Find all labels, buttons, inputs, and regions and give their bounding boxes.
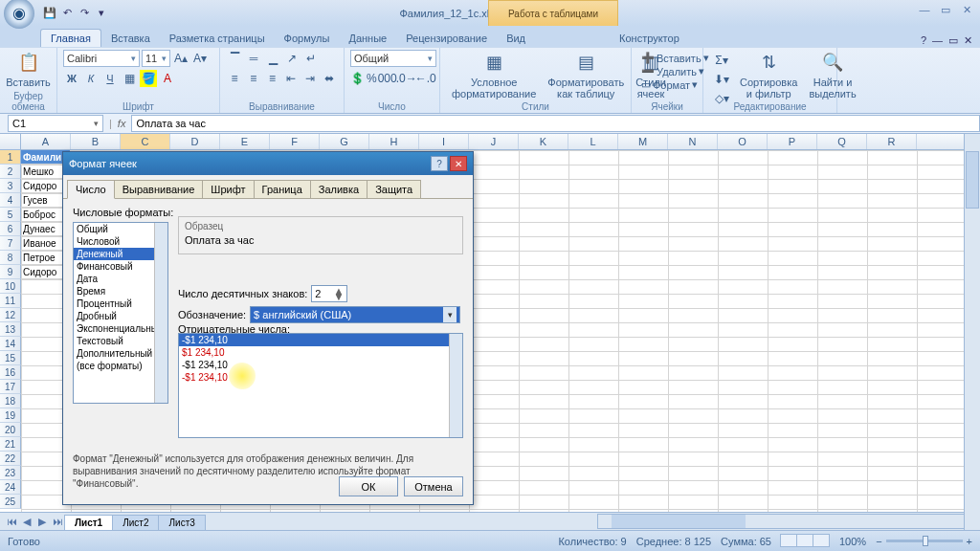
list-item[interactable]: $1 234,10 (179, 346, 462, 359)
select-all-corner[interactable] (0, 134, 21, 149)
currency-icon[interactable]: 💲 (350, 70, 365, 87)
col-header[interactable]: C (121, 134, 170, 149)
dlg-tab-border[interactable]: Граница (254, 180, 311, 199)
font-color-icon[interactable]: A (159, 70, 176, 87)
font-name-combo[interactable]: Calibri▾ (63, 50, 140, 67)
row-header[interactable]: 2 (0, 165, 21, 179)
row-header[interactable]: 8 (0, 251, 21, 265)
row-header[interactable]: 5 (0, 208, 21, 222)
align-right-icon[interactable]: ≡ (264, 70, 281, 87)
v-scrollbar[interactable] (964, 134, 980, 530)
col-header[interactable]: A (21, 134, 71, 149)
font-size-combo[interactable]: 11▾ (142, 50, 170, 67)
doc-restore-icon[interactable]: ▭ (948, 34, 958, 47)
symbol-select[interactable]: $ английский (США)▾ (250, 306, 460, 323)
cells-insert-button[interactable]: ➕Вставить▾ (641, 52, 693, 64)
col-header[interactable]: L (568, 134, 618, 149)
col-header[interactable]: O (718, 134, 768, 149)
wrap-text-icon[interactable]: ↵ (302, 50, 320, 67)
zoom-out-icon[interactable]: − (876, 536, 881, 547)
zoom-level[interactable]: 100% (839, 536, 866, 547)
border-icon[interactable]: ▦ (121, 70, 138, 87)
row-header[interactable]: 25 (0, 495, 21, 509)
name-box[interactable]: C1▾ (8, 115, 103, 132)
category-listbox[interactable]: Общий Числовой Денежный Финансовый Дата … (73, 222, 168, 404)
row-header[interactable]: 21 (0, 437, 21, 452)
tab-page-layout[interactable]: Разметка страницы (160, 30, 275, 47)
tab-last-icon[interactable]: ⏭ (50, 516, 65, 528)
col-header[interactable]: P (768, 134, 817, 149)
row-header[interactable]: 19 (0, 408, 21, 423)
sheet-tab[interactable]: Лист3 (158, 515, 205, 530)
row-header[interactable]: 3 (0, 179, 21, 193)
tab-prev-icon[interactable]: ◀ (19, 516, 34, 528)
row-header[interactable]: 13 (0, 322, 21, 337)
row-header[interactable]: 23 (0, 466, 21, 480)
zoom-in-icon[interactable]: + (967, 536, 972, 547)
tab-first-icon[interactable]: ⏮ (4, 516, 19, 528)
autosum-icon[interactable]: Σ▾ (713, 52, 730, 69)
close-icon[interactable]: ✕ (957, 2, 976, 17)
negative-numbers-listbox[interactable]: -$1 234,10 $1 234,10 -$1 234,10 -$1 234,… (178, 333, 463, 438)
col-header[interactable]: R (867, 134, 917, 149)
comma-icon[interactable]: 000 (379, 70, 396, 87)
orientation-icon[interactable]: ↗ (283, 50, 301, 67)
row-header[interactable]: 14 (0, 337, 21, 351)
dlg-tab-number[interactable]: Число (67, 180, 115, 199)
minimize-icon[interactable]: — (915, 2, 934, 17)
list-item[interactable]: -$1 234,10 (179, 334, 462, 346)
bold-icon[interactable]: Ж (63, 70, 80, 87)
row-header[interactable]: 10 (0, 279, 21, 294)
qat-menu-icon[interactable]: ▾ (94, 6, 109, 21)
dlg-tab-font[interactable]: Шрифт (202, 180, 254, 199)
fill-down-icon[interactable]: ⬇▾ (713, 71, 730, 88)
row-header[interactable]: 20 (0, 423, 21, 437)
tab-next-icon[interactable]: ▶ (34, 516, 50, 528)
tab-view[interactable]: Вид (497, 30, 535, 47)
align-bottom-icon[interactable]: ▁ (264, 50, 281, 67)
row-header[interactable]: 22 (0, 452, 21, 466)
paste-button[interactable]: 📋Вставить (6, 50, 51, 90)
redo-icon[interactable]: ↷ (77, 6, 92, 21)
underline-icon[interactable]: Ч (101, 70, 119, 87)
col-header[interactable]: B (71, 134, 121, 149)
cancel-button[interactable]: Отмена (404, 476, 463, 496)
cells-format-button[interactable]: ▭Формат▾ (641, 78, 693, 91)
dlg-tab-protection[interactable]: Защита (367, 180, 421, 199)
h-scrollbar[interactable] (597, 514, 980, 529)
row-header[interactable]: 15 (0, 351, 21, 365)
dialog-close-icon[interactable]: ✕ (450, 156, 467, 171)
tab-formulas[interactable]: Формулы (275, 30, 340, 47)
italic-icon[interactable]: К (82, 70, 100, 87)
align-top-icon[interactable]: ▔ (226, 50, 243, 67)
maximize-icon[interactable]: ▭ (936, 2, 955, 17)
doc-close-icon[interactable]: ✕ (964, 34, 972, 47)
col-header[interactable]: Q (817, 134, 867, 149)
align-left-icon[interactable]: ≡ (226, 70, 243, 87)
formula-input[interactable]: Оплата за час (131, 115, 980, 132)
dialog-title-bar[interactable]: Формат ячеек ?✕ (63, 152, 473, 175)
doc-minimize-icon[interactable]: — (932, 34, 943, 47)
col-header[interactable]: I (419, 134, 469, 149)
list-item[interactable]: -$1 234,10 (179, 371, 462, 384)
tab-review[interactable]: Рецензирование (396, 30, 497, 47)
dec-decimal-icon[interactable]: ←.0 (417, 70, 434, 87)
list-item[interactable]: -$1 234,10 (179, 359, 462, 371)
merge-icon[interactable]: ⬌ (321, 70, 338, 87)
row-header[interactable]: 12 (0, 308, 21, 322)
dialog-help-icon[interactable]: ? (431, 156, 448, 171)
tab-table-design[interactable]: Конструктор (610, 30, 689, 47)
save-icon[interactable]: 💾 (42, 6, 57, 21)
sheet-tab[interactable]: Лист2 (112, 515, 159, 530)
col-header[interactable]: K (519, 134, 568, 149)
row-header[interactable]: 9 (0, 265, 21, 279)
sheet-tab[interactable]: Лист1 (64, 515, 113, 530)
row-header[interactable]: 18 (0, 394, 21, 408)
increase-indent-icon[interactable]: ⇥ (301, 70, 319, 87)
number-format-combo[interactable]: Общий▾ (350, 50, 436, 67)
row-header[interactable]: 6 (0, 222, 21, 236)
dlg-tab-alignment[interactable]: Выравнивание (114, 180, 204, 199)
fill-color-icon[interactable]: 🪣 (140, 70, 157, 87)
col-header[interactable]: E (220, 134, 270, 149)
inc-decimal-icon[interactable]: .0→ (398, 70, 415, 87)
